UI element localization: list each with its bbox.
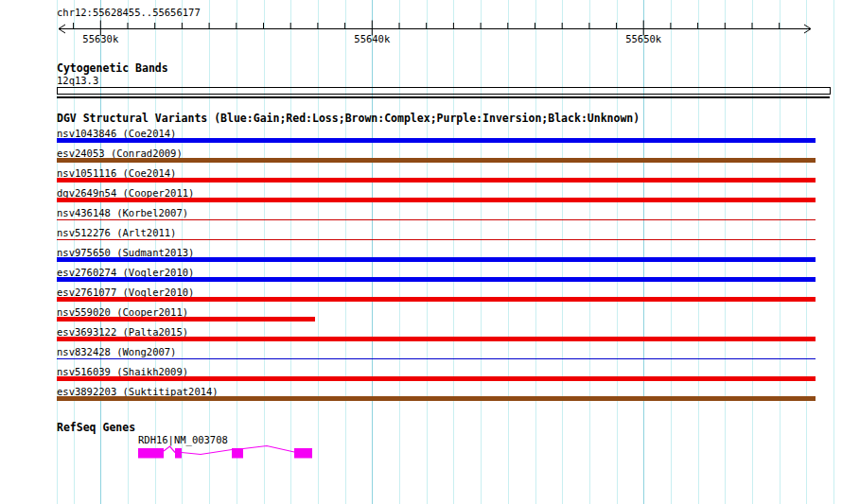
variant-bar[interactable] bbox=[57, 158, 816, 163]
grid-line bbox=[780, 0, 781, 504]
intron-line bbox=[182, 450, 232, 455]
cytoband-box[interactable] bbox=[57, 87, 831, 95]
grid-line bbox=[643, 0, 644, 504]
variant-bar[interactable] bbox=[57, 376, 816, 381]
variant-bar[interactable] bbox=[57, 277, 816, 282]
grid-line bbox=[399, 0, 400, 504]
dgv-track-title: DGV Structural Variants (Blue:Gain;Red:L… bbox=[57, 113, 640, 124]
cytoband-label: 12q13.3 bbox=[57, 75, 98, 86]
ruler-axis bbox=[0, 0, 842, 52]
variant-bar[interactable] bbox=[57, 358, 816, 359]
exon-box[interactable] bbox=[175, 448, 182, 459]
grid-line bbox=[318, 0, 319, 504]
exon-box[interactable] bbox=[232, 448, 243, 459]
grid-line bbox=[345, 0, 346, 504]
ruler-tick-label: 55630k bbox=[79, 33, 122, 44]
variant-label: nsv832428 (Wong2007) bbox=[57, 346, 176, 357]
exon-box[interactable] bbox=[294, 448, 312, 459]
variant-bar[interactable] bbox=[57, 239, 816, 240]
refseq-track-title: RefSeq Genes bbox=[57, 422, 135, 433]
grid-line bbox=[698, 0, 699, 504]
variant-bar[interactable] bbox=[57, 138, 816, 143]
grid-line bbox=[427, 0, 428, 504]
grid-line bbox=[806, 0, 807, 504]
grid-line bbox=[508, 0, 509, 504]
grid-line bbox=[237, 0, 237, 504]
grid-line bbox=[209, 0, 210, 504]
grid-line bbox=[372, 0, 373, 504]
grid-line bbox=[535, 0, 536, 504]
variant-bar[interactable] bbox=[57, 178, 816, 182]
grid-line bbox=[562, 0, 563, 504]
intron-line bbox=[164, 446, 175, 453]
variant-bar[interactable] bbox=[57, 219, 816, 220]
exon-box[interactable] bbox=[138, 448, 164, 459]
grid-line bbox=[589, 0, 590, 504]
variant-bar[interactable] bbox=[57, 198, 816, 202]
grid-line bbox=[617, 0, 618, 504]
gene-glyph[interactable] bbox=[0, 441, 842, 465]
variant-bar[interactable] bbox=[57, 297, 816, 302]
variant-bar[interactable] bbox=[57, 257, 816, 262]
grid-line bbox=[264, 0, 265, 504]
variant-label: nsv436148 (Korbel2007) bbox=[57, 207, 188, 218]
grid-line bbox=[752, 0, 753, 504]
variant-bar[interactable] bbox=[57, 317, 315, 322]
intron-line bbox=[243, 446, 294, 453]
genome-browser-canvas: chr12:55628455..55656177 55630k55640k556… bbox=[0, 0, 842, 504]
grid-line bbox=[453, 0, 454, 504]
grid-line bbox=[833, 0, 834, 504]
ruler-tick-label: 55640k bbox=[350, 33, 394, 44]
grid-line bbox=[290, 0, 291, 504]
variant-bar[interactable] bbox=[57, 396, 816, 401]
grid-line bbox=[481, 0, 482, 504]
variant-label: nsv512276 (Arlt2011) bbox=[57, 227, 176, 238]
cytoband-track-title: Cytogenetic Bands bbox=[57, 62, 168, 74]
grid-line bbox=[725, 0, 726, 504]
ruler-tick-label: 55650k bbox=[622, 33, 665, 44]
cytoband-baseline bbox=[57, 96, 830, 98]
variant-bar[interactable] bbox=[57, 337, 816, 341]
grid-line bbox=[671, 0, 672, 504]
